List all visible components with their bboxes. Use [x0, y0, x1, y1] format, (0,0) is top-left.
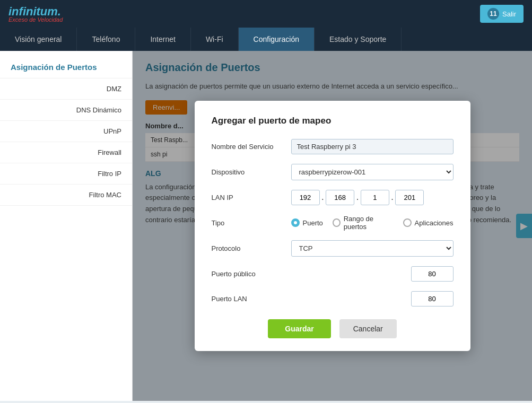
tipo-control: Puerto Rango de puertos Aplicaciones [291, 215, 453, 231]
form-row-tipo: Tipo Puerto Rango de puertos [212, 215, 453, 231]
lan-ip-control: . . . [291, 190, 453, 205]
radio-circle-puerto [291, 218, 300, 227]
guardar-button[interactable]: Guardar [268, 319, 330, 338]
tab-configuracion[interactable]: Configuración [239, 28, 315, 51]
form-row-puerto-lan: Puerto LAN [212, 291, 453, 306]
ip-group: . . . [291, 190, 453, 205]
form-row-puerto-publico: Puerto público [212, 266, 453, 282]
dispositivo-select[interactable]: raspberrypizerow-001 [291, 164, 453, 180]
dialog-title: Agregar el puerto de mapeo [212, 116, 453, 126]
tab-vision-general[interactable]: Visión general [0, 28, 77, 51]
protocolo-control: TCP [291, 240, 453, 257]
nombre-servicio-label: Nombre del Servicio [212, 143, 291, 151]
dispositivo-label: Dispositivo [212, 168, 291, 176]
tipo-radio-group: Puerto Rango de puertos Aplicaciones [291, 215, 453, 231]
content-area: Asignación de Puertos La asignación de p… [133, 51, 532, 401]
ip-dot-1: . [322, 194, 324, 202]
puerto-lan-control [291, 291, 453, 306]
radio-aplicaciones[interactable]: Aplicaciones [403, 218, 453, 227]
ip-dot-2: . [356, 194, 359, 202]
ip-octet-2[interactable] [326, 190, 354, 205]
dialog-footer: Guardar Cancelar [212, 319, 453, 338]
sidebar-title: Asignación de Puertos [0, 56, 132, 78]
sidebar-item-firewall[interactable]: Firewall [0, 142, 132, 163]
sidebar: Asignación de Puertos DMZ DNS Dinámico U… [0, 51, 133, 401]
radio-label-rango: Rango de puertos [344, 215, 394, 231]
puerto-lan-input[interactable] [411, 291, 453, 306]
nombre-servicio-input[interactable] [291, 139, 453, 154]
logo-area: infinitum. Exceso de Velocidad [8, 5, 63, 23]
protocolo-select[interactable]: TCP [291, 240, 453, 257]
sidebar-item-dmz[interactable]: DMZ [0, 78, 132, 100]
tab-wifi[interactable]: Wi-Fi [191, 28, 239, 51]
puerto-publico-control [291, 266, 453, 282]
user-button[interactable]: 11 Salir [480, 5, 524, 23]
ip-octet-1[interactable] [291, 190, 320, 205]
form-row-nombre: Nombre del Servicio [212, 139, 453, 154]
sidebar-item-dns[interactable]: DNS Dinámico [0, 100, 132, 121]
ip-octet-3[interactable] [361, 190, 389, 205]
tab-estado-soporte[interactable]: Estado y Soporte [315, 28, 402, 51]
header: infinitum. Exceso de Velocidad 11 Salir [0, 0, 532, 28]
sidebar-item-filtro-ip[interactable]: Filtro IP [0, 163, 132, 185]
radio-puerto[interactable]: Puerto [291, 218, 323, 227]
cancelar-button[interactable]: Cancelar [339, 319, 397, 338]
sidebar-item-filtro-mac[interactable]: Filtro MAC [0, 185, 132, 206]
logo: infinitum. Exceso de Velocidad [8, 5, 63, 23]
nombre-servicio-control [291, 139, 453, 154]
protocolo-label: Protocolo [212, 244, 291, 252]
radio-rango[interactable]: Rango de puertos [333, 215, 394, 231]
main-layout: Asignación de Puertos DMZ DNS Dinámico U… [0, 51, 532, 401]
tab-internet[interactable]: Internet [135, 28, 190, 51]
radio-label-aplicaciones: Aplicaciones [415, 219, 453, 227]
ip-octet-4[interactable] [395, 190, 424, 205]
lan-ip-label: LAN IP [212, 194, 291, 202]
form-row-lan-ip: LAN IP . . . [212, 190, 453, 205]
radio-circle-aplicaciones [403, 218, 412, 227]
tipo-label: Tipo [212, 219, 291, 227]
puerto-publico-label: Puerto público [212, 270, 291, 278]
modal-overlay: Agregar el puerto de mapeo Nombre del Se… [133, 51, 532, 401]
logo-sub: Exceso de Velocidad [8, 16, 63, 23]
sidebar-item-upnp[interactable]: UPnP [0, 121, 132, 142]
puerto-publico-input[interactable] [411, 266, 453, 282]
nav-tabs: Visión general Teléfono Internet Wi-Fi C… [0, 28, 532, 51]
user-icon: 11 [487, 8, 499, 20]
form-row-protocolo: Protocolo TCP [212, 240, 453, 257]
user-label: Salir [502, 10, 516, 18]
form-row-dispositivo: Dispositivo raspberrypizerow-001 [212, 164, 453, 180]
modal-dialog: Agregar el puerto de mapeo Nombre del Se… [195, 101, 470, 351]
puerto-lan-label: Puerto LAN [212, 295, 291, 303]
radio-circle-rango [333, 218, 341, 227]
dispositivo-control: raspberrypizerow-001 [291, 164, 453, 180]
tab-telefono[interactable]: Teléfono [77, 28, 135, 51]
ip-dot-3: . [391, 194, 394, 202]
radio-label-puerto: Puerto [303, 219, 323, 227]
